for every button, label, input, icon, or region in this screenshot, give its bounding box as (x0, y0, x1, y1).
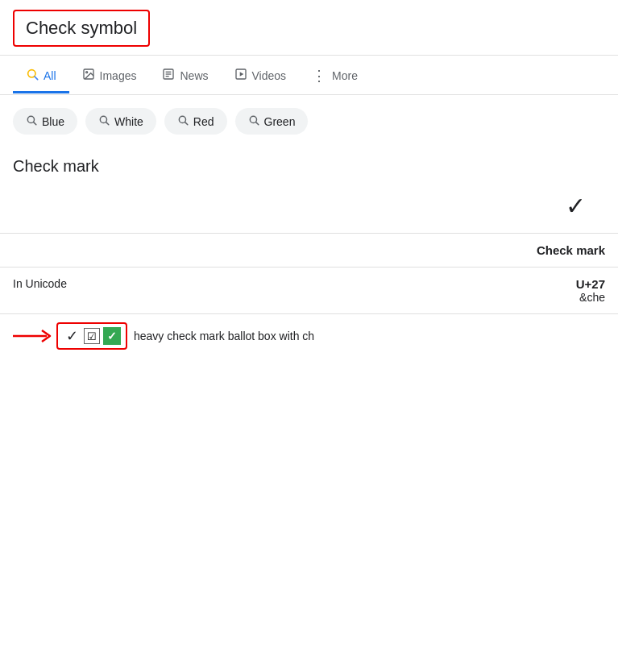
chip-red[interactable]: Red (164, 108, 227, 135)
chips-row: Blue White Red Green (0, 95, 618, 144)
search-bar-area: Check symbol (0, 0, 618, 47)
symbols-box: ✓ ☑ ✓ (56, 322, 127, 350)
svg-marker-9 (239, 72, 243, 76)
news-icon (162, 68, 175, 84)
plain-checkmark-symbol: ✓ (63, 327, 81, 345)
bottom-row-text: heavy check mark ballot box with ch (127, 330, 314, 342)
search-icon (26, 68, 39, 84)
nav-tabs: All Images News V (0, 56, 618, 95)
svg-line-17 (255, 122, 258, 125)
unicode-label: In Unicode (13, 277, 67, 290)
green-checkbox-symbol: ✓ (103, 327, 121, 345)
checkmark-symbol: ✓ (566, 192, 586, 220)
svg-point-3 (85, 72, 87, 73)
tab-videos-label: Videos (252, 69, 287, 82)
unicode-row: In Unicode U+27 &che (0, 267, 618, 313)
tab-images-label: Images (100, 69, 137, 82)
tab-news-label: News (180, 69, 208, 82)
checkbox-checked-symbol: ☑ (84, 328, 100, 344)
tab-more-label: More (332, 69, 358, 82)
tab-all[interactable]: All (13, 56, 69, 93)
svg-line-15 (185, 122, 187, 125)
chip-white-label: White (114, 115, 143, 128)
svg-line-1 (35, 77, 38, 80)
search-query[interactable]: Check symbol (13, 10, 150, 47)
unicode-values: U+27 &che (576, 277, 605, 304)
chip-white[interactable]: White (85, 108, 156, 135)
section-heading: Check mark (0, 151, 618, 179)
chip-search-icon-red (177, 114, 189, 128)
unicode-main-value: U+27 (576, 277, 605, 291)
svg-line-13 (106, 122, 109, 125)
chip-search-icon-white (98, 114, 110, 128)
checkmark-display: ✓ (0, 179, 618, 233)
tab-all-label: All (44, 69, 56, 82)
images-icon (82, 68, 95, 84)
tab-more[interactable]: ⋮ More (299, 56, 371, 94)
results-area: Check mark ✓ Check mark In Unicode U+27 … (0, 144, 618, 364)
tab-images[interactable]: Images (69, 56, 150, 93)
chip-search-icon-green (248, 114, 259, 128)
chip-blue-label: Blue (42, 115, 64, 128)
name-row-value: Check mark (537, 243, 605, 257)
tab-news[interactable]: News (149, 56, 221, 93)
more-icon: ⋮ (312, 67, 327, 85)
bottom-symbols-row: ✓ ☑ ✓ heavy check mark ballot box with c… (0, 313, 618, 358)
chip-green[interactable]: Green (235, 108, 309, 135)
chip-green-label: Green (264, 115, 296, 128)
tab-videos[interactable]: Videos (222, 56, 300, 93)
chip-red-label: Red (193, 115, 214, 128)
unicode-entity-value: &che (576, 291, 605, 304)
videos-icon (234, 68, 247, 84)
red-arrow-icon (13, 326, 53, 346)
svg-line-11 (34, 122, 36, 125)
chip-blue[interactable]: Blue (13, 108, 77, 135)
chip-search-icon-blue (26, 114, 37, 128)
name-row: Check mark (0, 233, 618, 267)
